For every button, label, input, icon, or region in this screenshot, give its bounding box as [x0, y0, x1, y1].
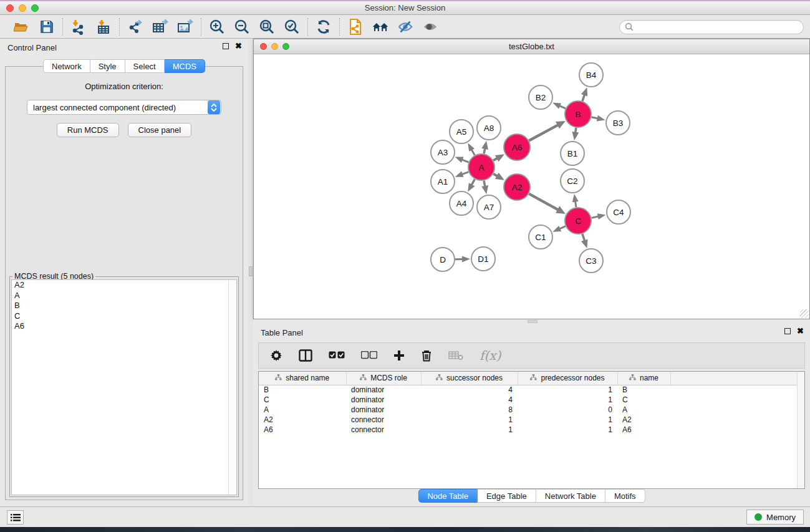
tab-mcds[interactable]: MCDS — [165, 59, 205, 73]
tab-style[interactable]: Style — [90, 59, 125, 73]
save-session-icon[interactable] — [38, 18, 55, 36]
graph-node-A3[interactable]: A3 — [431, 140, 455, 164]
graph-node-C[interactable]: C — [565, 208, 591, 234]
column-header-MCDS-role[interactable]: MCDS role — [346, 372, 421, 385]
graph-node-B3[interactable]: B3 — [606, 111, 630, 135]
graph-node-A7[interactable]: A7 — [477, 195, 501, 219]
show-column-panel-icon[interactable] — [299, 349, 312, 362]
graph-node-C3[interactable]: C3 — [579, 249, 603, 273]
graph-node-C2[interactable]: C2 — [561, 169, 584, 193]
table-row[interactable]: Bdominator41B — [259, 385, 804, 395]
mcds-result-list[interactable]: A2ABCA6 — [11, 279, 237, 495]
search-box[interactable] — [619, 20, 804, 34]
window-resize-grip[interactable] — [800, 309, 809, 318]
column-header-shared-name[interactable]: shared name — [259, 372, 346, 385]
network-minimize-button[interactable] — [271, 43, 278, 50]
graph-node-D1[interactable]: D1 — [471, 247, 495, 271]
network-from-file-icon[interactable] — [347, 18, 364, 36]
close-panel-icon[interactable]: ✖ — [797, 328, 804, 334]
table-tab-motifs[interactable]: Motifs — [605, 489, 645, 503]
zoom-selected-icon[interactable] — [283, 18, 301, 36]
show-selected-icon[interactable] — [422, 18, 439, 36]
mcds-result-item[interactable]: A2 — [12, 280, 236, 291]
table-tab-network-table[interactable]: Network Table — [536, 489, 605, 503]
delete-columns-trash-icon[interactable] — [421, 349, 432, 362]
select-all-columns-icon[interactable] — [329, 351, 345, 360]
table-row[interactable]: Adominator80A — [259, 405, 804, 415]
delete-table-icon[interactable] — [448, 351, 463, 360]
graph-node-B2[interactable]: B2 — [529, 85, 552, 109]
table-row[interactable]: Cdominator41C — [259, 395, 804, 405]
table-row[interactable]: A2connector11A2 — [259, 415, 804, 425]
edge-A2-C[interactable] — [529, 194, 559, 210]
table-settings-gear-icon[interactable] — [270, 349, 282, 362]
criterion-dropdown[interactable]: largest connected component (directed) — [27, 100, 221, 115]
export-table-icon[interactable] — [152, 18, 169, 36]
graph-node-A8[interactable]: A8 — [477, 116, 501, 140]
graph-node-B[interactable]: B — [565, 101, 591, 127]
import-network-icon[interactable] — [70, 18, 87, 36]
column-header-name[interactable]: name — [617, 372, 670, 385]
open-file-icon[interactable] — [13, 18, 31, 36]
table-scrollbar[interactable] — [797, 372, 804, 488]
close-panel-icon[interactable]: ✖ — [235, 43, 242, 49]
column-header-predecessor-nodes[interactable]: predecessor nodes — [518, 372, 617, 385]
run-mcds-button[interactable]: Run MCDS — [57, 123, 119, 137]
import-table-icon[interactable] — [95, 18, 112, 36]
table-tab-edge-table[interactable]: Edge Table — [478, 489, 536, 503]
network-canvas[interactable]: B4B2BB3A8A5A6B1A3AC2A1A2A4A7C4CC1C3DD1 — [254, 54, 809, 319]
zoom-fit-icon[interactable] — [258, 18, 276, 36]
memory-button[interactable]: Memory — [746, 510, 804, 525]
zoom-in-icon[interactable] — [208, 18, 226, 36]
network-window-titlebar[interactable]: testGlobe.txt — [254, 39, 809, 54]
graph-node-A5[interactable]: A5 — [450, 120, 473, 143]
graph-node-A[interactable]: A — [468, 154, 494, 180]
search-input[interactable] — [637, 22, 798, 31]
network-close-button[interactable] — [260, 43, 267, 50]
table-row[interactable]: A6connector11A6 — [259, 425, 804, 435]
mcds-result-item[interactable]: A6 — [12, 321, 236, 332]
network-graph[interactable]: B4B2BB3A8A5A6B1A3AC2A1A2A4A7C4CC1C3DD1 — [254, 54, 809, 319]
graph-node-C1[interactable]: C1 — [529, 225, 552, 249]
close-window-button[interactable] — [6, 4, 14, 12]
table-toolbar: f(x) — [258, 342, 805, 369]
edge-A6-B[interactable] — [529, 125, 558, 141]
float-panel-icon[interactable] — [223, 43, 229, 49]
hide-selected-icon[interactable] — [397, 18, 414, 36]
column-header-successor-nodes[interactable]: successor nodes — [421, 372, 518, 385]
graph-node-A4[interactable]: A4 — [450, 191, 473, 215]
graph-node-A1[interactable]: A1 — [431, 170, 455, 193]
zoom-out-icon[interactable] — [233, 18, 251, 36]
tab-network[interactable]: Network — [43, 59, 90, 73]
export-network-icon[interactable] — [127, 18, 144, 36]
create-new-column-icon[interactable] — [393, 350, 405, 361]
close-panel-button[interactable]: Close panel — [128, 123, 192, 137]
vertical-splitter[interactable] — [248, 39, 253, 506]
result-list-scrollbar[interactable] — [228, 280, 236, 495]
minimize-window-button[interactable] — [19, 4, 26, 12]
graph-node-A6[interactable]: A6 — [504, 134, 530, 160]
graph-node-B1[interactable]: B1 — [561, 142, 584, 165]
svg-text:A8: A8 — [484, 123, 494, 133]
function-builder-icon[interactable]: f(x) — [480, 348, 501, 363]
task-history-button[interactable] — [7, 510, 24, 525]
deselect-all-columns-icon[interactable] — [361, 351, 377, 360]
float-panel-icon[interactable] — [784, 328, 791, 334]
graph-node-C4[interactable]: C4 — [607, 200, 630, 224]
export-image-icon[interactable] — [176, 18, 194, 36]
mcds-result-item[interactable]: B — [12, 301, 236, 311]
show-all-networks-icon[interactable] — [372, 18, 389, 36]
network-maximize-button[interactable] — [282, 43, 289, 50]
splitter-grip[interactable] — [249, 266, 253, 276]
graph-node-B4[interactable]: B4 — [579, 63, 603, 87]
graph-node-A2[interactable]: A2 — [504, 174, 530, 200]
graph-node-D[interactable]: D — [431, 248, 455, 271]
refresh-icon[interactable] — [315, 18, 332, 36]
tab-select[interactable]: Select — [125, 59, 165, 73]
splitter-grip[interactable] — [528, 320, 538, 323]
mcds-result-item[interactable]: A — [12, 291, 236, 301]
horizontal-splitter[interactable] — [253, 319, 810, 324]
table-tab-node-table[interactable]: Node Table — [418, 489, 478, 503]
maximize-window-button[interactable] — [31, 4, 39, 12]
mcds-result-item[interactable]: C — [12, 311, 236, 322]
